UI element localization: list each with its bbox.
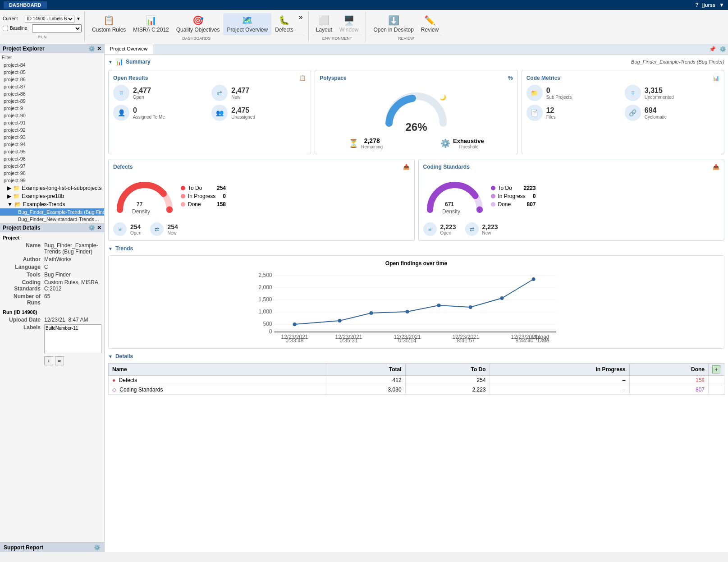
summary-header-row: ▼ 📊 Summary Bug_Finder_Example-Trends (B…	[108, 58, 724, 65]
list-item[interactable]: project-97	[0, 162, 104, 170]
baseline-checkbox[interactable]	[3, 26, 8, 31]
bottom-cards-row: Defects 📤 77 Density	[108, 159, 724, 241]
defects-btn[interactable]: 🐛 Defects	[271, 13, 297, 35]
quality-obj-btn[interactable]: 🎯 Quality Objectives	[173, 13, 224, 35]
open-desktop-btn[interactable]: ⬇️ Open in Desktop	[370, 13, 417, 35]
col-actions: +	[709, 364, 724, 376]
list-item[interactable]: project-84	[0, 61, 104, 69]
list-item[interactable]: Bug_Finder_Example-Trends (Bug Finder)	[0, 208, 104, 216]
code-metrics-icon[interactable]: 📊	[713, 75, 719, 81]
svg-text:1,500: 1,500	[258, 296, 272, 303]
list-item[interactable]: ▼ 📂 Examples-Trends	[0, 200, 104, 208]
coding-standards-legend: To Do 2223 In Progress 0 Done	[491, 185, 536, 207]
detail-tools-row: Tools Bug Finder	[3, 272, 101, 278]
trend-line	[295, 279, 534, 324]
num-runs-value: 65	[44, 293, 101, 306]
collapse-summary-btn[interactable]: ▼	[108, 60, 113, 64]
details-close-icon[interactable]: ✕	[97, 225, 101, 231]
list-item[interactable]: project-88	[0, 90, 104, 97]
cs-todo-legend: To Do 2223	[491, 185, 536, 191]
explorer-close-icon[interactable]: ✕	[97, 46, 101, 52]
current-select[interactable]: ID 14900 - Labels B...	[25, 15, 74, 23]
project-overview-btn[interactable]: 🗺️ Project Overview	[223, 13, 271, 35]
list-item[interactable]: ▶ 📁 Examples-long-list-of-subprojects	[0, 184, 104, 192]
defects-bottom: ≡ 254 Open ⇄ 254 New	[113, 222, 410, 236]
list-item[interactable]: project-94	[0, 141, 104, 148]
content-pin-icon[interactable]: 📌	[707, 44, 718, 54]
list-item[interactable]: project-96	[0, 155, 104, 162]
folder-icon: 📁	[13, 193, 20, 199]
support-report-gear[interactable]: ⚙️	[94, 544, 101, 551]
polyspace-icon[interactable]: %	[508, 75, 513, 81]
project-overview-tab[interactable]: Project Overview	[105, 44, 153, 54]
list-item[interactable]: project-9	[0, 105, 104, 112]
list-item[interactable]: Bug_Finder_New-standard-Trends (Bu...	[0, 216, 104, 223]
group-label: Examples-pre18b	[22, 193, 64, 199]
col-todo: To Do	[405, 364, 490, 376]
list-item[interactable]: project-98	[0, 170, 104, 177]
new-label: New	[231, 95, 249, 100]
baseline-select[interactable]	[32, 24, 82, 32]
open-results-icon[interactable]: 📋	[299, 75, 306, 81]
dashboard-tab[interactable]: DASHBOARD	[4, 1, 47, 9]
add-row-btn[interactable]: +	[712, 365, 720, 373]
coding-done: 807	[629, 385, 708, 395]
coding-standards-export-icon[interactable]: 📤	[713, 164, 719, 170]
details-label: Details	[115, 353, 133, 359]
threshold-label: Threshold	[453, 144, 484, 149]
help-btn[interactable]: ?	[695, 2, 698, 8]
explorer-gear-icon[interactable]: ⚙️	[88, 46, 95, 52]
environment-section: ⬜ Layout 🖥️ Window ENVIRONMENT	[309, 12, 366, 42]
files-values: 12 Files	[546, 106, 556, 120]
trends-section: ▼ Trends Open findings over time 2,500 2…	[108, 245, 724, 349]
review-btn[interactable]: ✏️ Review	[417, 13, 442, 35]
list-item[interactable]: ▶ 📁 Examples-pre18b	[0, 192, 104, 200]
details-gear-icon[interactable]: ⚙️	[88, 225, 95, 231]
list-item[interactable]: project-95	[0, 148, 104, 155]
list-item[interactable]: project-85	[0, 69, 104, 76]
project-explorer-header[interactable]: Project Explorer ⚙️ ✕	[0, 44, 104, 53]
list-item[interactable]: project-90	[0, 112, 104, 119]
col-done: Done	[629, 364, 708, 376]
labels-textarea[interactable]: BuildNumber-11	[44, 324, 101, 353]
list-item[interactable]: project-91	[0, 119, 104, 126]
user-arrow[interactable]: ▼	[719, 2, 724, 8]
coding-total: 3,030	[326, 385, 406, 395]
col-in-progress: In Progress	[490, 364, 629, 376]
project-ref: Bug_Finder_Example-Trends (Bug Finder)	[631, 59, 724, 64]
trend-point	[406, 310, 409, 313]
list-item[interactable]: project-87	[0, 83, 104, 90]
window-icon: 🖥️	[343, 15, 355, 26]
new-icon: ⇄	[211, 85, 228, 101]
expand-icon: ▶	[7, 185, 11, 191]
in-progress-legend: In Progress 0	[181, 193, 226, 199]
layout-btn[interactable]: ⬜ Layout	[312, 13, 336, 35]
project-details-header[interactable]: Project Details ⚙️ ✕	[0, 223, 104, 232]
dashboards-more[interactable]: »	[297, 13, 305, 35]
current-arrow[interactable]: ▼	[76, 16, 81, 21]
list-item[interactable]: project-93	[0, 134, 104, 141]
list-item[interactable]: project-92	[0, 126, 104, 134]
custom-rules-btn[interactable]: 📋 Custom Rules	[88, 13, 129, 35]
add-label-btn[interactable]: +	[44, 356, 53, 365]
svg-text:77: 77	[137, 201, 143, 207]
environment-buttons: ⬜ Layout 🖥️ Window	[312, 13, 362, 35]
content-gear-icon[interactable]: ⚙️	[718, 44, 728, 54]
list-item[interactable]: project-89	[0, 97, 104, 105]
uncommented-label: Uncommented	[645, 95, 674, 100]
coding-in-progress: –	[490, 385, 629, 395]
defects-title: Defects 📤	[113, 164, 410, 170]
cs-done-legend: Done 807	[491, 201, 536, 207]
support-report-bar[interactable]: Support Report ⚙️	[0, 543, 104, 552]
misra-btn[interactable]: 📊 MISRA C:2012	[129, 13, 172, 35]
cs-done-dot	[491, 202, 495, 207]
window-btn[interactable]: 🖥️ Window	[336, 13, 362, 35]
user-label: jjurss	[702, 2, 715, 8]
list-item[interactable]: project-99	[0, 177, 104, 184]
collapse-details-btn[interactable]: ▼	[108, 354, 113, 359]
edit-label-btn[interactable]: ✏	[55, 356, 64, 365]
defects-export-icon[interactable]: 📤	[403, 164, 410, 170]
collapse-trends-btn[interactable]: ▼	[108, 246, 113, 251]
cs-done-label: Done	[498, 201, 511, 207]
list-item[interactable]: project-86	[0, 76, 104, 83]
